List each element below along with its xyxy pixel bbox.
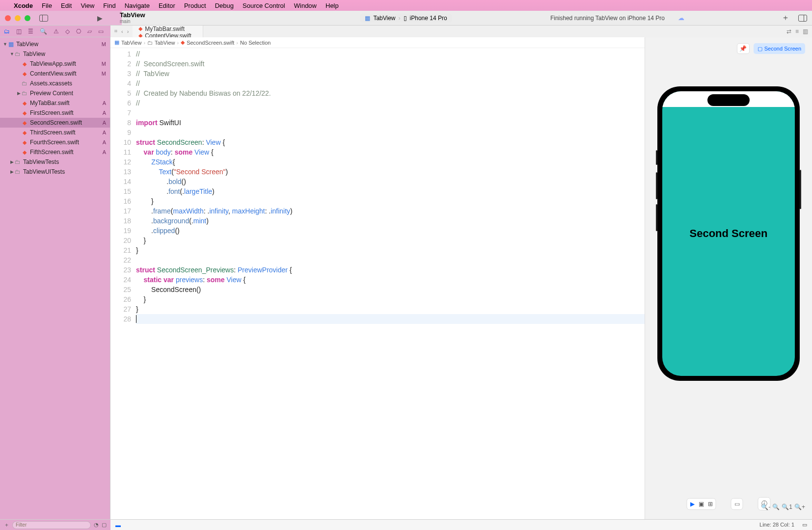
menu-item[interactable]: File — [42, 2, 52, 9]
breadcrumb-item[interactable]: SecondScreen.swift — [187, 40, 234, 46]
editor-tab[interactable]: ◆ContentView.swift — [133, 32, 203, 37]
navigator-item[interactable]: ▶🗀TabViewTests — [0, 157, 110, 167]
menu-item[interactable]: Help — [325, 2, 339, 9]
disclosure-icon[interactable]: ▶ — [10, 169, 14, 174]
breadcrumb-item[interactable]: TabView — [121, 40, 141, 46]
menu-item[interactable]: View — [81, 2, 94, 9]
filter-input[interactable]: Filter — [12, 521, 91, 529]
navigator-item[interactable]: ▶🗀TabViewUITests — [0, 167, 110, 177]
disclosure-icon[interactable]: ▼ — [10, 52, 14, 56]
add-editor-icon[interactable]: ▥ — [803, 28, 808, 35]
scm-filter-icon[interactable]: ◔ — [94, 522, 99, 528]
toggle-navigator-icon[interactable] — [39, 15, 48, 22]
debug-navigator-icon[interactable]: ⎔ — [76, 28, 81, 35]
navigator-item[interactable]: ◆FirstScreen.swiftA — [0, 108, 110, 118]
code-content[interactable]: //// SecondScreen.swift// TabView//// Cr… — [136, 48, 645, 519]
menubar[interactable]: Xcode File Edit View Find Navigate Edito… — [0, 0, 812, 11]
navigator-item[interactable]: ◆MyTabBar.swiftA — [0, 98, 110, 108]
navigator-label: FourthScreen.swift — [30, 139, 97, 146]
library-button[interactable]: ＋ — [782, 13, 789, 23]
zoom-in-button[interactable]: 🔍+ — [794, 504, 805, 510]
forward-button[interactable]: › — [127, 28, 129, 34]
navigator-item[interactable]: ◆ThirdScreen.swiftA — [0, 128, 110, 137]
recent-filter-icon[interactable]: ▢ — [102, 522, 107, 528]
find-navigator-icon[interactable]: 🔍 — [40, 28, 47, 35]
recent-files-icon[interactable]: ⇄ — [786, 28, 791, 35]
navigator-item[interactable]: ▼▦TabViewM — [0, 39, 110, 49]
folder-icon: 🗀 — [147, 40, 153, 46]
menu-item[interactable]: Edit — [61, 2, 72, 9]
report-navigator-icon[interactable]: ▭ — [98, 28, 104, 35]
chevron-right-icon: › — [236, 40, 238, 46]
live-preview-button[interactable]: ▶ — [690, 501, 695, 507]
app-icon: ▦ — [114, 39, 119, 46]
project-navigator-icon[interactable]: 🗂 — [4, 28, 10, 35]
navigator-item[interactable]: ◆FourthScreen.swiftA — [0, 137, 110, 147]
disclosure-icon[interactable]: ▼ — [3, 42, 7, 47]
scheme-selector[interactable]: TabView main — [120, 12, 145, 24]
menu-item[interactable]: Window — [294, 2, 317, 9]
canvas-toolbar: ▶ ▣ ⊞ ▭ ⓘ — [687, 497, 771, 510]
navigator-item[interactable]: ◆ContentView.swiftM — [0, 69, 110, 79]
selectable-button[interactable]: ▣ — [699, 501, 704, 507]
navigator-item[interactable]: 🗀Assets.xcassets — [0, 79, 110, 88]
menu-item[interactable]: Debug — [215, 2, 234, 9]
run-button[interactable]: ▶ — [97, 14, 103, 22]
status-bar: ＋ Filter ◔ ▢ ▬ Line: 28 Col: 1 ▭ — [0, 519, 812, 530]
add-file-button[interactable]: ＋ — [4, 521, 9, 529]
navigator-label: ThirdScreen.swift — [30, 129, 97, 136]
disclosure-icon[interactable]: ▶ — [17, 91, 21, 96]
navigator-label: TabViewTests — [23, 159, 97, 165]
activity-status: Finished running TabView on iPhone 14 Pr… — [550, 15, 665, 22]
debug-area-indicator-icon[interactable]: ▬ — [115, 522, 121, 528]
breadcrumb-item[interactable]: TabView — [155, 40, 175, 46]
issue-navigator-icon[interactable]: ⚠ — [54, 28, 59, 35]
chevron-right-icon: › — [143, 40, 145, 46]
back-button[interactable]: ‹ — [121, 28, 123, 34]
device-app-label: TabView — [373, 15, 395, 22]
device-app-icon: ▦ — [365, 15, 370, 22]
cloud-status-icon[interactable]: ☁︎ — [678, 14, 684, 22]
breakpoint-navigator-icon[interactable]: ▱ — [87, 28, 92, 35]
navigator-item[interactable]: ◆TabViewApp.swiftM — [0, 59, 110, 69]
toggle-inspectors-icon[interactable] — [798, 15, 807, 22]
zoom-fit-button[interactable]: 🔍 — [772, 504, 780, 510]
menu-item[interactable]: Editor — [159, 2, 175, 9]
device-screen[interactable]: Second Screen — [662, 91, 795, 376]
breadcrumb-item[interactable]: No Selection — [240, 40, 271, 46]
editor-tab[interactable]: ◆MyTabBar.swift — [133, 26, 203, 32]
pin-preview-button[interactable]: 📌 — [737, 43, 750, 54]
menu-item[interactable]: Navigate — [125, 2, 150, 9]
preview-selector-chip[interactable]: ▢ Second Screen — [754, 43, 805, 54]
maximize-icon[interactable] — [25, 15, 30, 21]
swift-icon: ◆ — [23, 120, 27, 126]
close-icon[interactable] — [5, 15, 11, 21]
run-destination[interactable]: ▦ TabView › ▯ iPhone 14 Pro — [360, 14, 452, 23]
breadcrumb[interactable]: ▦ TabView › 🗀 TabView › ◆ SecondScreen.s… — [110, 37, 645, 48]
zoom-actual-button[interactable]: 🔍1 — [782, 504, 792, 510]
toggle-debug-area-icon[interactable]: ▭ — [802, 522, 807, 528]
zoom-out-button[interactable]: 🔍- — [761, 504, 770, 510]
cursor-position: Line: 28 Col: 1 — [759, 522, 794, 528]
project-navigator[interactable]: ▼▦TabViewM▼🗀TabView◆TabViewApp.swiftM◆Co… — [0, 37, 110, 519]
navigator-item[interactable]: ▶🗀Preview Content — [0, 88, 110, 98]
minimize-icon[interactable] — [15, 15, 21, 21]
navigator-item[interactable]: ◆FifthScreen.swiftA — [0, 147, 110, 157]
menu-item[interactable]: Find — [103, 2, 115, 9]
swift-icon: ◆ — [23, 139, 27, 146]
navigator-item[interactable]: ◆SecondScreen.swiftA — [0, 118, 110, 128]
editor-options-icon[interactable]: ≡ — [795, 28, 799, 35]
source-editor[interactable]: 1234567891011121314151617181920212223242… — [110, 48, 645, 519]
related-items-icon[interactable]: ⌗ — [114, 28, 117, 34]
disclosure-icon[interactable]: ▶ — [10, 159, 14, 164]
swift-icon: ◆ — [23, 100, 27, 106]
variants-button[interactable]: ⊞ — [708, 501, 713, 507]
navigator-item[interactable]: ▼🗀TabView — [0, 49, 110, 59]
menu-item[interactable]: Source Control — [243, 2, 285, 9]
menu-app[interactable]: Xcode — [14, 2, 33, 9]
test-navigator-icon[interactable]: ◇ — [65, 28, 70, 35]
symbol-navigator-icon[interactable]: ☰ — [28, 28, 33, 35]
source-control-navigator-icon[interactable]: ◫ — [16, 28, 22, 35]
menu-item[interactable]: Product — [184, 2, 206, 9]
device-settings-button[interactable]: ▭ — [734, 501, 740, 507]
